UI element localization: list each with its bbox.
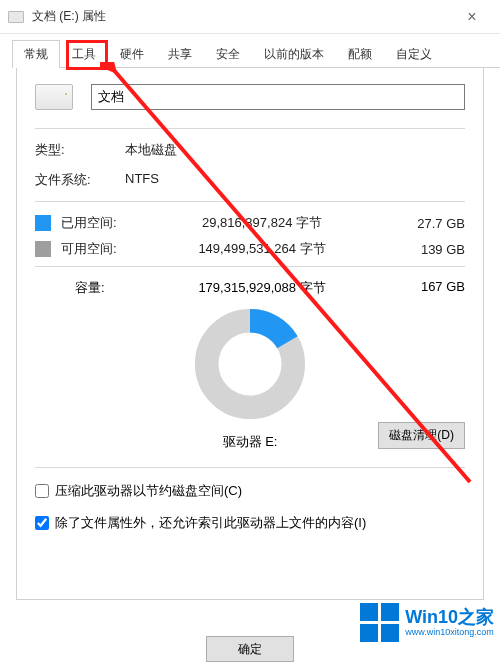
- used-space-label: 已用空间:: [61, 214, 131, 232]
- divider: [35, 201, 465, 202]
- used-space-size: 27.7 GB: [393, 216, 465, 231]
- tab-custom[interactable]: 自定义: [384, 40, 444, 68]
- close-button[interactable]: ×: [452, 3, 492, 31]
- ok-button[interactable]: 确定: [206, 636, 294, 662]
- compress-label: 压缩此驱动器以节约磁盘空间(C): [55, 482, 242, 500]
- free-space-label: 可用空间:: [61, 240, 131, 258]
- tab-sharing[interactable]: 共享: [156, 40, 204, 68]
- tab-quota[interactable]: 配额: [336, 40, 384, 68]
- divider: [35, 128, 465, 129]
- tab-bar: 常规 工具 硬件 共享 安全 以前的版本 配额 自定义: [0, 34, 500, 68]
- free-space-size: 139 GB: [393, 242, 465, 257]
- tab-security[interactable]: 安全: [204, 40, 252, 68]
- filesystem-value: NTFS: [125, 171, 159, 189]
- window-title: 文档 (E:) 属性: [32, 8, 452, 25]
- drive-label: 驱动器 E:: [223, 433, 278, 451]
- watermark: Win10之家 www.win10xitong.com: [360, 603, 494, 642]
- used-space-bytes: 29,816,397,824 字节: [131, 214, 393, 232]
- divider: [35, 467, 465, 468]
- used-space-swatch: [35, 215, 51, 231]
- capacity-size: 167 GB: [393, 279, 465, 297]
- disk-cleanup-button[interactable]: 磁盘清理(D): [378, 422, 465, 449]
- index-checkbox[interactable]: [35, 516, 49, 530]
- filesystem-label: 文件系统:: [35, 171, 125, 189]
- windows-logo-icon: [360, 603, 399, 642]
- capacity-bytes: 179,315,929,088 字节: [131, 279, 393, 297]
- type-label: 类型:: [35, 141, 125, 159]
- divider: [35, 266, 465, 267]
- index-label: 除了文件属性外，还允许索引此驱动器上文件的内容(I): [55, 514, 366, 532]
- compress-checkbox[interactable]: [35, 484, 49, 498]
- drive-icon: [8, 11, 24, 23]
- tab-hardware[interactable]: 硬件: [108, 40, 156, 68]
- compress-checkbox-row[interactable]: 压缩此驱动器以节约磁盘空间(C): [35, 482, 465, 500]
- usage-pie-chart: [191, 305, 309, 423]
- drive-large-icon: [35, 84, 73, 110]
- general-pane: 类型:本地磁盘 文件系统:NTFS 已用空间: 29,816,397,824 字…: [16, 68, 484, 600]
- volume-name-input[interactable]: [91, 84, 465, 110]
- free-space-swatch: [35, 241, 51, 257]
- capacity-label: 容量:: [75, 279, 131, 297]
- free-space-bytes: 149,499,531,264 字节: [131, 240, 393, 258]
- type-value: 本地磁盘: [125, 141, 177, 159]
- tab-tools[interactable]: 工具: [60, 40, 108, 68]
- close-icon: ×: [467, 8, 476, 26]
- usage-chart-wrap: 驱动器 E: 磁盘清理(D): [35, 305, 465, 451]
- tab-general[interactable]: 常规: [12, 40, 60, 68]
- index-checkbox-row[interactable]: 除了文件属性外，还允许索引此驱动器上文件的内容(I): [35, 514, 465, 532]
- title-bar: 文档 (E:) 属性 ×: [0, 0, 500, 34]
- tab-previous[interactable]: 以前的版本: [252, 40, 336, 68]
